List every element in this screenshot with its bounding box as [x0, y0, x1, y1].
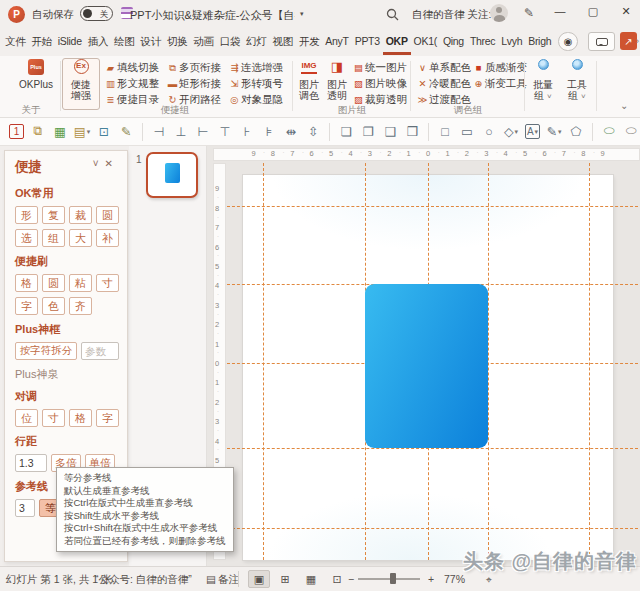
ribbon-tab[interactable]: 动画 [190, 30, 216, 55]
ribbon-item-warm-cool-palette[interactable]: ✕冷暖配色 [416, 76, 471, 91]
panel-button[interactable]: 寸 [96, 274, 119, 292]
maximize-button[interactable]: ▢ [584, 5, 602, 18]
notes-icon[interactable]: ▤ [206, 573, 216, 585]
ribbon-tab[interactable]: Brigh [525, 30, 554, 55]
reading-view-button[interactable]: ▦ [300, 570, 322, 588]
document-title[interactable]: PPT小知识&疑难杂症-公众号【自律... [130, 8, 295, 23]
ribbon-item-mono-palette[interactable]: ∨单系配色 [416, 60, 471, 75]
pen-icon[interactable]: ✎ [524, 6, 534, 20]
slideshow-view-button[interactable]: ⊡ [326, 570, 348, 588]
panel-button[interactable]: 圆 [42, 274, 65, 292]
tool-group-button[interactable]: 工具 组 [562, 59, 592, 102]
crop-shape-icon[interactable]: ⬭ [622, 122, 640, 141]
slide-number-icon[interactable]: 1 [9, 124, 24, 139]
distribute-v-icon[interactable]: ⇳ [304, 122, 323, 141]
shapes-icon[interactable]: ◇▾ [502, 122, 521, 141]
ribbon-tab[interactable]: 开发 [296, 30, 322, 55]
ribbon-tab[interactable]: OK1( [411, 30, 440, 55]
panel-button[interactable]: 格 [15, 274, 38, 292]
panel-button[interactable]: 复 [42, 206, 65, 224]
align-center-h-icon[interactable]: ⊥ [172, 122, 191, 141]
record-button[interactable]: ◉ [558, 32, 578, 51]
send-to-back-icon[interactable]: ❐ [359, 122, 378, 141]
panel-button[interactable]: 位 [15, 409, 38, 427]
screen-icon[interactable]: ⊡ [95, 122, 114, 141]
slide-thumbnail[interactable] [146, 152, 198, 198]
okplus-button[interactable]: Plus OKPlus [16, 59, 56, 90]
panel-button[interactable]: 大 [69, 229, 92, 247]
align-top-icon[interactable]: ⊤ [216, 122, 235, 141]
picture-tone-button[interactable]: IMG 图片 调色 [296, 59, 322, 101]
avatar[interactable] [490, 4, 508, 22]
ribbon-item-multi-select[interactable]: ⇶连选增强 [228, 60, 283, 75]
ribbon-tab[interactable]: 设计 [138, 30, 164, 55]
picture-transparent-button[interactable]: ◨ 图片 透明 [324, 59, 350, 101]
freeform-icon[interactable]: ⬠ [567, 122, 586, 141]
param-input[interactable] [81, 342, 119, 360]
panel-button[interactable]: 字 [96, 409, 119, 427]
ribbon-tab[interactable]: PPT3 [352, 30, 383, 55]
ribbon-tab[interactable]: 绘图 [111, 30, 137, 55]
blue-rounded-rectangle-shape[interactable] [365, 284, 488, 448]
bring-forward-icon[interactable]: ❑ [381, 122, 400, 141]
panel-button[interactable]: 补 [96, 229, 119, 247]
share-button[interactable]: ↗ [620, 32, 637, 50]
ribbon-tab[interactable]: 切换 [164, 30, 190, 55]
ribbon-tab[interactable]: 开始 [28, 30, 54, 55]
normal-view-button[interactable]: ▣ [248, 570, 270, 588]
ribbon-tab[interactable]: 插入 [85, 30, 111, 55]
collapse-ribbon-icon[interactable]: ⌄ [620, 100, 628, 111]
ribbon-tab[interactable]: Qing [440, 30, 467, 55]
autosave-toggle[interactable]: 关 [80, 6, 113, 21]
align-right-icon[interactable]: ⊢ [194, 122, 213, 141]
zoom-slider-track[interactable] [358, 578, 420, 580]
batch-group-button[interactable]: 批量 组 [528, 59, 558, 102]
panel-button[interactable]: 选 [15, 229, 38, 247]
split-by-char-button[interactable]: 按字符拆分 [15, 342, 77, 360]
rectangle-icon[interactable]: □ [436, 122, 455, 141]
comments-button[interactable] [588, 32, 615, 51]
ribbon-item-shape-text-tidy[interactable]: ▥形文规整 [104, 76, 159, 91]
panel-button[interactable]: 寸 [42, 409, 65, 427]
bring-to-front-icon[interactable]: ❏ [337, 122, 356, 141]
ribbon-item-rect-join[interactable]: ▬矩形衔接 [166, 76, 221, 91]
convenience-enhance-button[interactable]: Ex 便捷 增强 [66, 59, 96, 101]
zoom-level[interactable]: 77% [444, 573, 465, 585]
panel-close-icon[interactable]: ✕ [105, 158, 119, 169]
align-left-icon[interactable]: ⊣ [150, 122, 169, 141]
search-icon[interactable] [386, 7, 399, 25]
close-button[interactable]: ✕ [617, 5, 635, 18]
slide-sorter-view-button[interactable]: ⊞ [274, 570, 296, 588]
ribbon-item-picture-mirror[interactable]: ▧图片映像 [352, 76, 407, 91]
share-more-icon[interactable]: › [636, 36, 639, 46]
ribbon-tab[interactable]: Lvyh [498, 30, 525, 55]
panel-button[interactable]: 字 [15, 297, 38, 315]
panel-button[interactable]: 齐 [69, 297, 92, 315]
ribbon-tab[interactable]: 口袋 [217, 30, 243, 55]
ribbon-tab[interactable]: AnyT [322, 30, 351, 55]
ribbon-item-gradient-tool[interactable]: ⊕渐变工具 [472, 76, 527, 91]
panel-collapse-icon[interactable]: ˅ [93, 158, 105, 169]
merge-shapes-icon[interactable]: ⬭ [600, 122, 619, 141]
zoom-out-button[interactable]: − [348, 573, 354, 585]
panel-button[interactable]: 形 [15, 206, 38, 224]
copy-slide-icon[interactable]: ⧉ [29, 122, 48, 141]
ribbon-tab[interactable]: 幻灯 [243, 30, 269, 55]
align-middle-icon[interactable]: ⊦ [238, 122, 257, 141]
rounded-rectangle-icon[interactable]: ▭ [458, 122, 477, 141]
line-spacing-input[interactable] [15, 454, 47, 472]
ribbon-tab[interactable]: 视图 [270, 30, 296, 55]
ribbon-tab[interactable]: Threc [467, 30, 498, 55]
table-icon[interactable]: ▦ [51, 122, 70, 141]
text-box-icon[interactable]: A▾ [525, 124, 540, 139]
ellipse-icon[interactable]: ○ [480, 122, 499, 141]
guides-count-input[interactable] [15, 499, 35, 517]
outline-color-icon[interactable]: ✎▾ [545, 122, 564, 141]
zoom-in-button[interactable]: + [428, 573, 434, 585]
ribbon-tab[interactable]: OKP [383, 30, 411, 55]
panel-button[interactable]: 色 [42, 297, 65, 315]
ribbon-item-unify-picture[interactable]: ▤统一图片 [352, 60, 407, 75]
picture-icon[interactable]: ▤▾ [73, 122, 92, 141]
distribute-h-icon[interactable]: ⇹ [282, 122, 301, 141]
ribbon-tab[interactable]: iSlide [55, 30, 85, 55]
